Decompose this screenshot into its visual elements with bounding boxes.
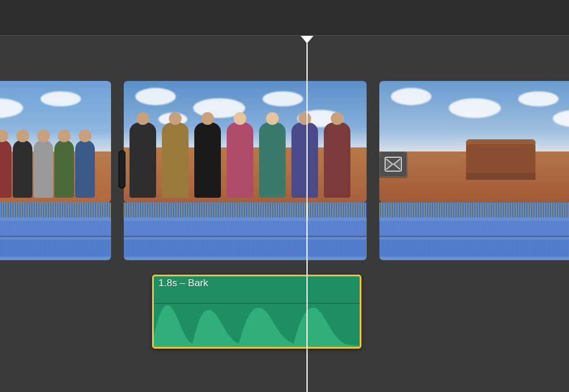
clip-edge-handle[interactable] — [119, 150, 125, 188]
clip-thumbnail — [379, 81, 569, 202]
audio-clip-name: Bark — [188, 278, 208, 289]
video-track[interactable] — [0, 81, 569, 280]
playhead-marker-icon[interactable] — [300, 36, 314, 43]
audio-clip-anchor[interactable] — [190, 275, 194, 276]
detached-audio-clip[interactable]: 1.8s – Bark — [152, 275, 361, 349]
audio-clip-label: 1.8s – Bark — [158, 278, 208, 289]
clip-audio-waveform[interactable] — [0, 202, 111, 260]
toolbar-strip — [0, 0, 569, 36]
clip-thumbnail — [0, 81, 111, 202]
video-clip[interactable] — [379, 81, 569, 260]
transition-icon[interactable] — [379, 151, 407, 177]
clip-thumbnail — [124, 81, 367, 202]
timeline[interactable]: 1.8s – Bark — [0, 36, 569, 392]
audio-clip-duration: 1.8s — [158, 278, 177, 289]
clip-audio-waveform[interactable] — [124, 202, 367, 260]
clip-audio-waveform[interactable] — [379, 202, 569, 260]
audio-clip-waveform — [154, 302, 360, 347]
video-clip[interactable] — [0, 81, 111, 260]
playhead[interactable] — [306, 36, 308, 392]
video-clip[interactable] — [124, 81, 367, 260]
cross-dissolve-icon — [385, 156, 402, 173]
